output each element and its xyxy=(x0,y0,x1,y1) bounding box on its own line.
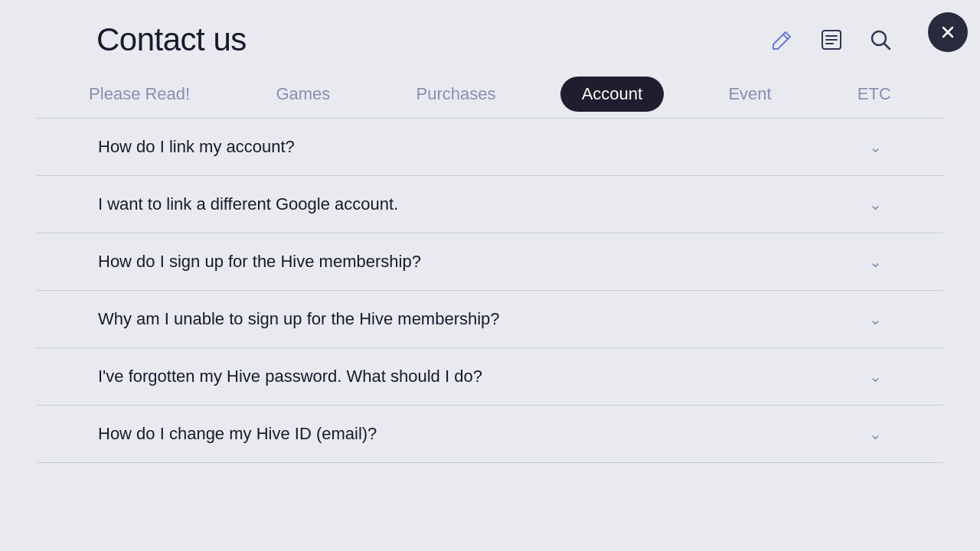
page-title: Contact us xyxy=(96,21,247,58)
faq-item-5[interactable]: I've forgotten my Hive password. What sh… xyxy=(37,348,943,406)
edit-button[interactable] xyxy=(766,23,799,57)
chevron-down-icon-1: ⌄ xyxy=(869,138,882,156)
faq-item-4[interactable]: Why am I unable to sign up for the Hive … xyxy=(37,291,943,348)
header-icons xyxy=(766,23,897,57)
faq-question-1: How do I link my account? xyxy=(98,137,295,157)
faq-question-2: I want to link a different Google accoun… xyxy=(98,194,398,214)
header: Contact us xyxy=(0,0,980,70)
faq-question-6: How do I change my Hive ID (email)? xyxy=(98,424,377,444)
faq-item-3[interactable]: How do I sign up for the Hive membership… xyxy=(37,233,943,291)
list-button[interactable] xyxy=(815,23,848,57)
chevron-down-icon-2: ⌄ xyxy=(869,195,882,214)
page-container: Contact us xyxy=(0,0,980,551)
faq-list: How do I link my account? ⌄ I want to li… xyxy=(0,118,980,463)
tab-games[interactable]: Games xyxy=(254,77,351,112)
chevron-down-icon-5: ⌄ xyxy=(869,367,882,386)
svg-line-5 xyxy=(884,44,890,49)
tabs-container: Please Read! Games Purchases Account Eve… xyxy=(0,70,980,112)
faq-item-2[interactable]: I want to link a different Google accoun… xyxy=(37,176,943,233)
tab-etc[interactable]: ETC xyxy=(836,77,913,112)
search-button[interactable] xyxy=(864,23,897,57)
faq-question-5: I've forgotten my Hive password. What sh… xyxy=(98,367,482,386)
faq-item-1[interactable]: How do I link my account? ⌄ xyxy=(37,118,943,176)
search-icon xyxy=(868,28,893,52)
list-icon xyxy=(819,28,844,52)
faq-question-3: How do I sign up for the Hive membership… xyxy=(98,252,421,272)
tab-purchases[interactable]: Purchases xyxy=(395,77,518,112)
faq-question-4: Why am I unable to sign up for the Hive … xyxy=(98,309,500,329)
tab-account[interactable]: Account xyxy=(560,77,665,112)
close-icon xyxy=(939,23,957,41)
chevron-down-icon-3: ⌄ xyxy=(869,253,882,271)
tab-please-read[interactable]: Please Read! xyxy=(67,77,211,112)
tab-event[interactable]: Event xyxy=(707,77,792,112)
faq-item-6[interactable]: How do I change my Hive ID (email)? ⌄ xyxy=(37,406,943,463)
close-button[interactable] xyxy=(928,12,968,52)
edit-icon xyxy=(770,28,795,52)
chevron-down-icon-4: ⌄ xyxy=(869,310,882,328)
chevron-down-icon-6: ⌄ xyxy=(869,425,882,443)
